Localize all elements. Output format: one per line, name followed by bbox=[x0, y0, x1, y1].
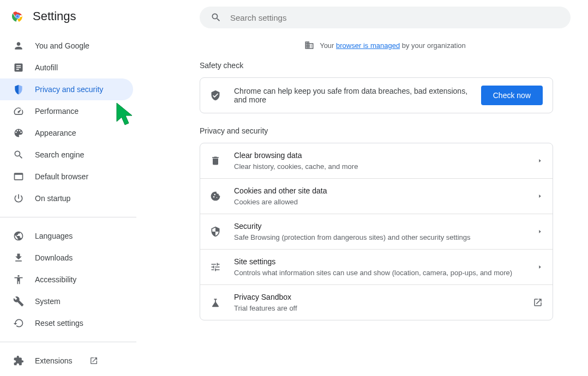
page-title: Settings bbox=[33, 9, 76, 23]
row-cookies[interactable]: Cookies and other site dataCookies are a… bbox=[200, 178, 553, 214]
trash-icon bbox=[210, 155, 221, 166]
safety-check-title: Safety check bbox=[200, 61, 553, 77]
power-icon bbox=[13, 193, 24, 204]
nav-system[interactable]: System bbox=[0, 290, 133, 312]
person-icon bbox=[13, 40, 24, 51]
safety-check-card: Chrome can help keep you safe from data … bbox=[200, 77, 553, 113]
nav-divider bbox=[0, 217, 136, 217]
chevron-right-icon bbox=[537, 229, 543, 234]
nav-divider bbox=[0, 342, 136, 342]
nav-autofill[interactable]: Autofill bbox=[0, 57, 133, 78]
wrench-icon bbox=[13, 296, 24, 307]
nav-extensions[interactable]: Extensions bbox=[0, 350, 133, 372]
nav-downloads[interactable]: Downloads bbox=[0, 247, 133, 269]
managed-link[interactable]: browser is managed bbox=[336, 41, 400, 50]
nav-languages[interactable]: Languages bbox=[0, 225, 133, 247]
nav-startup[interactable]: On startup bbox=[0, 187, 133, 209]
nav-appearance[interactable]: Appearance bbox=[0, 122, 133, 144]
open-new-icon bbox=[89, 356, 98, 365]
privacy-card: Clear browsing dataClear history, cookie… bbox=[200, 143, 553, 320]
verified-icon bbox=[210, 90, 221, 101]
nav-you-google[interactable]: You and Google bbox=[0, 35, 133, 57]
nav-about[interactable]: About Chrome bbox=[0, 372, 133, 376]
tune-icon bbox=[210, 262, 221, 272]
speed-icon bbox=[13, 106, 24, 117]
sidebar: Settings You and Google Autofill Privacy… bbox=[0, 0, 140, 376]
autofill-icon bbox=[13, 62, 24, 73]
row-privacy-sandbox[interactable]: Privacy SandboxTrial features are off bbox=[200, 284, 553, 320]
safety-text: Chrome can help keep you safe from data … bbox=[234, 87, 468, 104]
browser-icon bbox=[13, 171, 24, 182]
managed-banner: Your browser is managed by your organiza… bbox=[200, 35, 571, 59]
chevron-right-icon bbox=[537, 158, 543, 163]
globe-icon bbox=[13, 231, 24, 241]
svg-point-5 bbox=[16, 15, 19, 18]
row-site-settings[interactable]: Site settingsControls what information s… bbox=[200, 249, 553, 284]
open-new-icon bbox=[533, 298, 543, 307]
nav-group-1: You and Google Autofill Privacy and secu… bbox=[0, 32, 140, 213]
chevron-right-icon bbox=[537, 264, 543, 270]
search-icon bbox=[13, 149, 24, 160]
nav-privacy-security[interactable]: Privacy and security bbox=[0, 78, 133, 100]
download-icon bbox=[13, 252, 24, 263]
row-security[interactable]: SecuritySafe Browsing (protection from d… bbox=[200, 214, 553, 249]
security-icon bbox=[210, 226, 221, 237]
search-icon bbox=[211, 12, 221, 23]
check-now-button[interactable]: Check now bbox=[481, 86, 543, 105]
chrome-logo-icon bbox=[11, 10, 24, 23]
chevron-right-icon bbox=[537, 193, 543, 199]
nav-default-browser[interactable]: Default browser bbox=[0, 166, 133, 187]
reset-icon bbox=[13, 318, 24, 329]
nav-performance[interactable]: Performance bbox=[0, 100, 133, 122]
cookie-icon bbox=[210, 191, 221, 202]
search-input[interactable] bbox=[230, 13, 560, 22]
nav-group-2: Languages Downloads Accessibility System… bbox=[0, 222, 140, 337]
sidebar-header: Settings bbox=[0, 0, 140, 32]
nav-search-engine[interactable]: Search engine bbox=[0, 144, 133, 166]
shield-icon bbox=[13, 84, 24, 95]
row-clear-browsing-data[interactable]: Clear browsing dataClear history, cookie… bbox=[200, 143, 553, 178]
domain-icon bbox=[304, 40, 314, 50]
privacy-section-title: Privacy and security bbox=[200, 126, 553, 143]
search-box[interactable] bbox=[200, 7, 571, 28]
flask-icon bbox=[210, 297, 221, 308]
nav-group-3: Extensions About Chrome bbox=[0, 347, 140, 376]
nav-reset[interactable]: Reset settings bbox=[0, 312, 133, 334]
palette-icon bbox=[13, 128, 24, 138]
extension-icon bbox=[13, 355, 24, 366]
nav-accessibility[interactable]: Accessibility bbox=[0, 269, 133, 290]
main-content: Your browser is managed by your organiza… bbox=[140, 0, 588, 376]
accessibility-icon bbox=[13, 274, 24, 285]
